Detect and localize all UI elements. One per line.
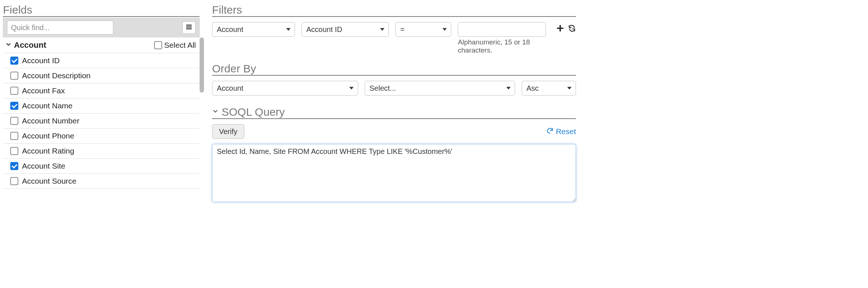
fields-group-header[interactable]: Account Select All [3,37,200,53]
refresh-icon[interactable] [568,24,576,34]
checkbox-icon[interactable] [10,87,18,95]
field-label: Account Phone [22,132,74,140]
soql-query-textarea[interactable] [212,144,576,202]
chevron-down-icon [212,108,222,116]
checkbox-icon[interactable] [10,177,18,185]
filter-value-input[interactable] [458,22,546,37]
svg-rect-0 [186,25,192,26]
chevron-down-icon [5,40,14,50]
field-row[interactable]: Account Description [3,68,200,83]
checkbox-icon [154,41,162,49]
field-row[interactable]: Account Number [3,114,200,129]
filter-operator-select[interactable]: = [395,22,451,37]
orderby-direction-select[interactable]: Asc [522,81,576,96]
field-label: Account ID [22,56,60,65]
orderby-object-select[interactable]: Account [212,81,358,96]
soql-heading: SOQL Query [222,106,285,118]
fields-heading: Fields [3,4,200,17]
verify-button[interactable]: Verify [212,124,244,139]
orderby-field-select[interactable]: Select... [365,81,515,96]
soql-section-toggle[interactable]: SOQL Query [212,106,576,119]
field-label: Account Site [22,162,65,170]
field-row[interactable]: Account Rating [3,144,200,159]
field-row[interactable]: Account ID [3,53,200,68]
field-label: Account Description [22,71,91,80]
select-all-label: Select All [164,41,196,50]
field-row[interactable]: Account Source [3,174,200,189]
orderby-heading: Order By [212,62,576,76]
fields-scrollbar[interactable] [200,37,204,93]
fields-group-name: Account [14,40,46,50]
hamburger-icon [185,23,193,32]
filter-row: Account Account ID = Alphanumeric, 15 or… [212,22,576,54]
checkbox-icon[interactable] [10,102,18,110]
field-row[interactable]: Account Fax [3,83,200,98]
field-label: Account Fax [22,86,65,95]
filter-value-hint: Alphanumeric, 15 or 18 characters. [458,38,550,54]
checkbox-icon[interactable] [10,72,18,80]
checkbox-icon[interactable] [10,162,18,170]
checkbox-icon[interactable] [10,57,18,65]
checkbox-icon[interactable] [10,147,18,155]
field-label: Account Source [22,177,76,186]
fields-panel: Fields Account Select All [3,4,200,204]
field-row[interactable]: Account Site [3,159,200,174]
filters-heading: Filters [212,4,576,17]
svg-rect-1 [186,26,192,28]
filter-object-select[interactable]: Account [212,22,295,37]
filter-field-select[interactable]: Account ID [302,22,389,37]
checkbox-icon[interactable] [10,117,18,125]
reset-icon [546,127,554,136]
select-all-checkbox[interactable]: Select All [154,41,196,50]
fields-menu-button[interactable] [182,21,196,34]
query-builder-panel: Filters Account Account ID = Alphanumeri… [200,4,576,204]
field-row[interactable]: Account Name [3,98,200,114]
reset-link[interactable]: Reset [546,127,576,136]
checkbox-icon[interactable] [10,132,18,140]
quickfind-input[interactable] [7,21,113,35]
field-label: Account Number [22,116,79,125]
svg-rect-2 [186,28,192,29]
orderby-row: Account Select... Asc [212,81,576,96]
quickfind-bar [3,18,200,37]
fields-list: Account Select All Account IDAccount Des… [3,37,200,189]
plus-icon[interactable] [556,24,564,34]
field-label: Account Rating [22,147,74,155]
reset-label: Reset [556,127,576,136]
field-label: Account Name [22,101,73,110]
field-row[interactable]: Account Phone [3,129,200,144]
